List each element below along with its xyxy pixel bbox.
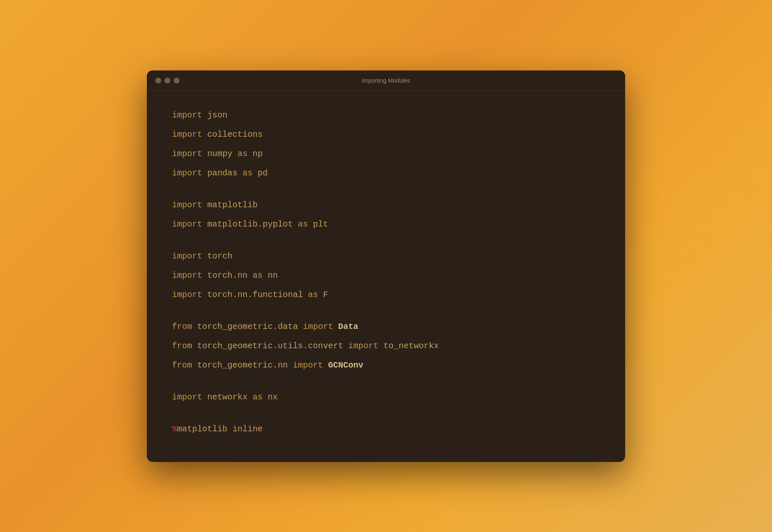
module: torch_geometric.utils.convert xyxy=(192,341,348,351)
code-line-2: import collections xyxy=(172,127,600,142)
code-line-7: import torch xyxy=(172,249,600,264)
code-line-13: import networkx as nx xyxy=(172,390,600,405)
from-keyword: from xyxy=(172,322,192,331)
keyword: import xyxy=(172,251,202,261)
module: numpy xyxy=(202,149,237,159)
code-area: import json import collections import nu… xyxy=(147,91,625,462)
code-line-9: import torch.nn.functional as F xyxy=(172,287,600,303)
code-line-8: import torch.nn as nn xyxy=(172,268,600,283)
keyword: import xyxy=(172,290,202,300)
terminal-window: Importing Modules import json import col… xyxy=(147,70,625,462)
module: networkx xyxy=(202,392,253,402)
keyword: import xyxy=(172,130,202,139)
alias: nx xyxy=(263,392,278,402)
imported-name: GCNConv xyxy=(323,360,363,370)
import-keyword: import xyxy=(348,341,378,351)
code-line-4: import pandas as pd xyxy=(172,166,600,181)
as-keyword: as xyxy=(243,168,253,178)
code-line-6: import matplotlib.pyplot as plt xyxy=(172,217,600,232)
module: torch.nn xyxy=(202,271,253,280)
code-line-3: import numpy as np xyxy=(172,146,600,162)
alias: nn xyxy=(263,271,278,280)
imported-name: Data xyxy=(333,322,358,331)
module: pandas xyxy=(202,168,243,178)
module: torch_geometric.data xyxy=(192,322,303,331)
from-keyword: from xyxy=(172,341,192,351)
keyword: import xyxy=(172,392,202,402)
module: collections xyxy=(202,130,263,139)
alias: plt xyxy=(308,219,328,229)
import-keyword: import xyxy=(303,322,333,331)
keyword: import xyxy=(172,219,202,229)
code-line-14: %matplotlib inline xyxy=(172,422,600,437)
code-line-1: import json xyxy=(172,108,600,123)
module: torch_geometric.nn xyxy=(192,360,293,370)
as-keyword: as xyxy=(298,219,308,229)
code-line-10: from torch_geometric.data import Data xyxy=(172,319,600,334)
minimize-button[interactable] xyxy=(164,78,170,83)
imported-name: to_networkx xyxy=(378,341,439,351)
as-keyword: as xyxy=(253,392,263,402)
as-keyword: as xyxy=(237,149,248,159)
alias: pd xyxy=(253,168,268,178)
alias: F xyxy=(318,290,328,300)
code-line-12: from torch_geometric.nn import GCNConv xyxy=(172,358,600,373)
code-line-5: import matplotlib xyxy=(172,198,600,213)
code-line-11: from torch_geometric.utils.convert impor… xyxy=(172,339,600,354)
keyword: import xyxy=(172,168,202,178)
keyword: import xyxy=(172,149,202,159)
module: json xyxy=(202,110,227,120)
module: torch xyxy=(202,251,232,261)
keyword: import xyxy=(172,110,202,120)
import-keyword: import xyxy=(293,360,323,370)
keyword: import xyxy=(172,200,202,210)
maximize-button[interactable] xyxy=(174,78,180,83)
keyword: import xyxy=(172,271,202,280)
magic-percent: % xyxy=(172,424,177,434)
module: torch.nn.functional xyxy=(202,290,308,300)
alias: np xyxy=(248,149,263,159)
window-title: Importing Modules xyxy=(362,77,410,84)
close-button[interactable] xyxy=(155,78,161,83)
traffic-lights xyxy=(155,78,180,83)
module: matplotlib.pyplot xyxy=(202,219,298,229)
from-keyword: from xyxy=(172,360,192,370)
as-keyword: as xyxy=(308,290,318,300)
magic-command: matplotlib inline xyxy=(177,424,263,434)
titlebar: Importing Modules xyxy=(147,70,625,91)
module: matplotlib xyxy=(202,200,258,210)
as-keyword: as xyxy=(253,271,263,280)
